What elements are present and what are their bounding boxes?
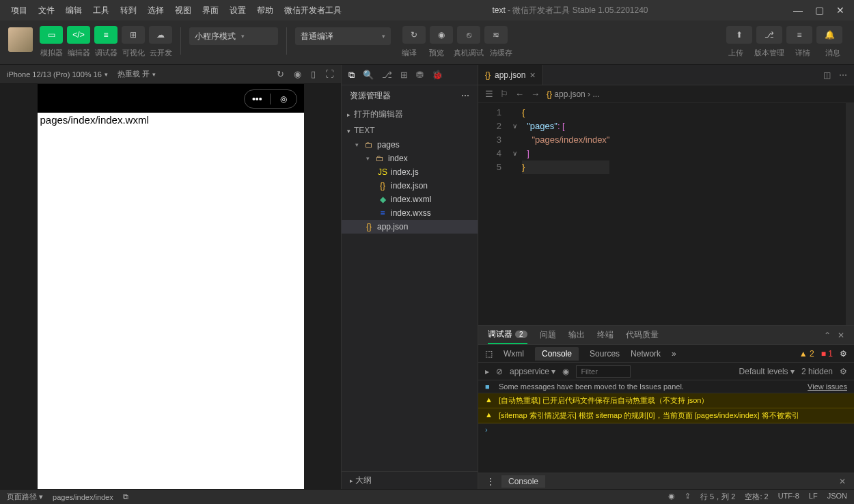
sb-spaces[interactable]: 空格: 2 <box>745 492 768 502</box>
extensions-icon[interactable]: ⊞ <box>400 70 408 80</box>
dbg-tab-output[interactable]: 输出 <box>568 326 585 344</box>
debugger-button[interactable]: ≡ <box>94 26 118 44</box>
mode-dropdown[interactable]: 小程序模式▾ <box>189 27 278 45</box>
dbg-settings-icon[interactable]: ⚙ <box>840 349 847 359</box>
dbg-tab-debugger[interactable]: 调试器2 <box>488 326 527 344</box>
menu-select[interactable]: 选择 <box>142 2 169 19</box>
capsule-menu-icon[interactable]: ••• <box>245 94 271 104</box>
db-icon[interactable]: ⛃ <box>416 70 424 80</box>
compile-dropdown[interactable]: 普通编译▾ <box>295 27 391 45</box>
hotreload-toggle[interactable]: 热重载 开 <box>118 69 150 79</box>
version-button[interactable]: ⎇ <box>756 26 782 44</box>
bookmark-icon[interactable]: ⚐ <box>500 89 508 99</box>
sb-eye-icon[interactable]: ◉ <box>668 492 675 502</box>
menu-settings[interactable]: 设置 <box>224 2 251 19</box>
search-icon[interactable]: 🔍 <box>363 70 374 80</box>
upload-button[interactable]: ⬆ <box>726 26 752 44</box>
dbg-sub-more[interactable]: » <box>672 349 676 359</box>
editor-button[interactable]: </> <box>67 26 90 44</box>
levels-dropdown[interactable]: Default levels ▾ <box>739 367 795 376</box>
dbg-sub-sources[interactable]: Sources <box>590 349 620 359</box>
folder-index[interactable]: ▾🗀index <box>342 152 478 165</box>
dbg-sub-network[interactable]: Network <box>631 349 661 359</box>
phone-icon[interactable]: ▯ <box>311 69 316 79</box>
sb-path-label[interactable]: 页面路径 ▾ <box>7 492 43 502</box>
file-index-wxss[interactable]: ≡index.wxss <box>342 206 478 220</box>
error-count[interactable]: ■ 1 <box>821 349 833 359</box>
hidden-count[interactable]: 2 hidden <box>801 367 833 376</box>
sb-encoding[interactable]: UTF-8 <box>778 492 799 502</box>
device-selector[interactable]: iPhone 12/13 (Pro) 100% 16 <box>7 70 102 79</box>
realdevice-button[interactable]: ⎋ <box>457 26 480 44</box>
nav-back-icon[interactable]: ← <box>515 89 524 99</box>
menu-edit[interactable]: 编辑 <box>60 2 87 19</box>
sb-lang[interactable]: JSON <box>827 492 847 502</box>
sb-eol[interactable]: LF <box>809 492 818 502</box>
expand-icon[interactable]: ⛶ <box>325 69 334 79</box>
filter-input[interactable] <box>576 365 631 378</box>
copy-icon[interactable]: ⧉ <box>123 492 128 501</box>
dbg-sub-console[interactable]: Console <box>535 347 579 361</box>
drawer-menu-icon[interactable]: ⋮ <box>486 477 495 486</box>
editor-tab-appjson[interactable]: {} app.json × <box>478 65 543 85</box>
tab-close-icon[interactable]: × <box>529 70 535 81</box>
file-index-json[interactable]: {}index.json <box>342 179 478 193</box>
minimap[interactable] <box>846 103 854 325</box>
details-button[interactable]: ≡ <box>786 26 812 44</box>
minimize-icon[interactable]: — <box>793 5 803 16</box>
refresh-icon[interactable]: ↻ <box>277 69 284 79</box>
outline-section[interactable]: ▸ 大纲 <box>342 471 478 489</box>
nav-forward-icon[interactable]: → <box>531 89 540 99</box>
sb-position[interactable]: 行 5，列 2 <box>700 492 735 502</box>
menu-help[interactable]: 帮助 <box>251 2 279 19</box>
menu-view[interactable]: 视图 <box>169 2 197 19</box>
eye-icon[interactable]: ◉ <box>562 367 569 376</box>
dbg-close-icon[interactable]: ✕ <box>838 331 844 340</box>
open-editors-section[interactable]: ▸打开的编辑器 <box>342 106 478 123</box>
dbg-sub-wxml[interactable]: Wxml <box>504 349 524 359</box>
visual-button[interactable]: ⊞ <box>122 26 145 44</box>
sb-share-icon[interactable]: ⇪ <box>685 492 691 502</box>
menu-file[interactable]: 文件 <box>33 2 60 19</box>
messages-button[interactable]: 🔔 <box>816 26 842 44</box>
git-icon[interactable]: ⎇ <box>382 70 392 80</box>
sb-path[interactable]: pages/index/index <box>53 493 113 501</box>
file-app-json[interactable]: {}app.json <box>342 220 478 234</box>
dbg-collapse-icon[interactable]: ⌃ <box>824 331 831 340</box>
bug-icon[interactable]: 🐞 <box>432 70 443 80</box>
folder-pages[interactable]: ▾🗀pages <box>342 138 478 152</box>
explorer-more-icon[interactable]: ⋯ <box>461 91 469 100</box>
inspect-icon[interactable]: ⬚ <box>485 349 493 359</box>
dbg-tab-problems[interactable]: 问题 <box>540 326 556 344</box>
fold-column[interactable]: ∨∨ <box>512 103 522 325</box>
record-icon[interactable]: ◉ <box>294 69 301 79</box>
code-editor[interactable]: 12345 ∨∨ { "pages": [ "pages/index/index… <box>478 103 854 325</box>
split-editor-icon[interactable]: ◫ <box>823 70 831 80</box>
maximize-icon[interactable]: ▢ <box>815 5 824 16</box>
cloud-button[interactable]: ☁ <box>149 26 172 44</box>
compile-button[interactable]: ↻ <box>402 26 426 44</box>
menu-goto[interactable]: 转到 <box>115 2 142 19</box>
menu-tools[interactable]: 工具 <box>87 2 115 19</box>
phone-simulator[interactable]: ••• ◎ pages/index/index.wxml <box>38 84 304 489</box>
menu-interface[interactable]: 界面 <box>197 2 224 19</box>
simulator-button[interactable]: ▭ <box>40 26 63 44</box>
phone-capsule[interactable]: ••• ◎ <box>244 89 297 109</box>
context-dropdown[interactable]: appservice ▾ <box>510 367 555 376</box>
editor-more-icon[interactable]: ⋯ <box>839 70 847 80</box>
dbg-sidebar-icon[interactable]: ▸ <box>485 367 489 376</box>
file-index-wxml[interactable]: ◆index.wxml <box>342 193 478 206</box>
preview-button[interactable]: ◉ <box>430 26 453 44</box>
dbg-clear-icon[interactable]: ⊘ <box>496 367 503 376</box>
view-issues-link[interactable]: View issues <box>808 382 847 391</box>
avatar[interactable] <box>8 27 33 52</box>
close-icon[interactable]: ✕ <box>836 5 844 16</box>
dbg-tab-terminal[interactable]: 终端 <box>597 326 614 344</box>
drawer-close-icon[interactable]: ✕ <box>839 477 846 486</box>
list-icon[interactable]: ☰ <box>485 89 493 99</box>
file-index-js[interactable]: JSindex.js <box>342 165 478 179</box>
drawer-tab-console[interactable]: Console <box>501 475 545 488</box>
menu-devtools[interactable]: 微信开发者工具 <box>279 2 347 19</box>
console-prompt[interactable]: › <box>478 423 854 436</box>
dbg-tab-quality[interactable]: 代码质量 <box>626 326 659 344</box>
